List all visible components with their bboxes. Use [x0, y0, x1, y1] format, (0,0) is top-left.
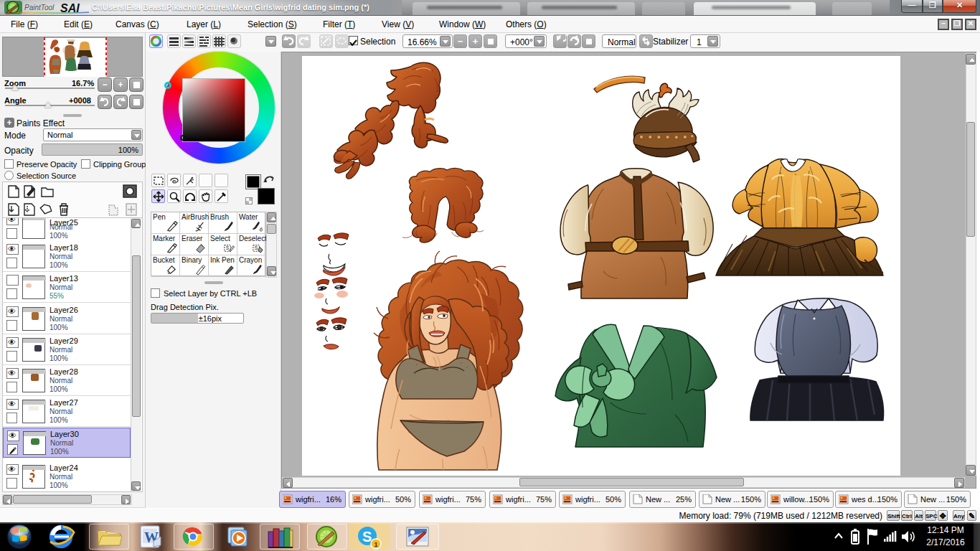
svg-text:S: S	[226, 245, 230, 250]
svg-text:1: 1	[374, 541, 378, 548]
svg-text:PaintTool: PaintTool	[24, 4, 55, 11]
svg-text:S: S	[362, 529, 372, 545]
